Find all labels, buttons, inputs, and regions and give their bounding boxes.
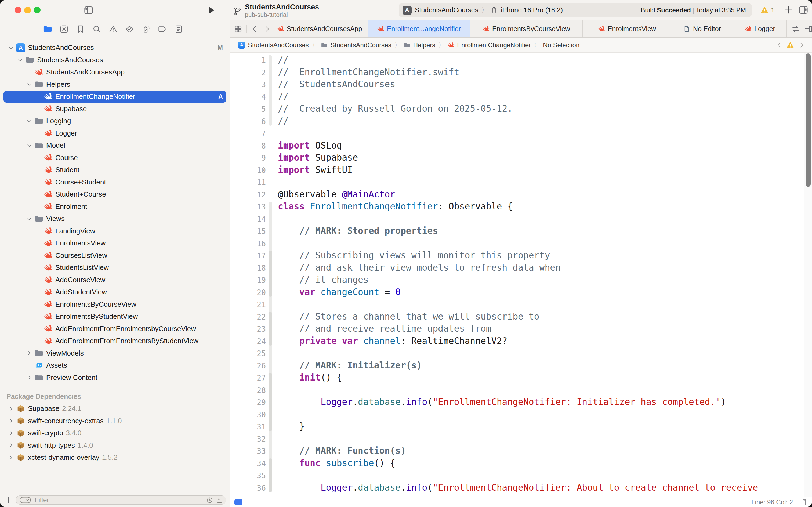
sidebar-item-logging[interactable]: Logging bbox=[0, 115, 230, 127]
recent-files-icon[interactable] bbox=[206, 497, 213, 504]
reports-navigator-icon[interactable] bbox=[174, 24, 183, 34]
sidebar-item-studentsandcourses[interactable]: AStudentsAndCoursesM bbox=[0, 42, 230, 54]
inspector-toggle-icon[interactable] bbox=[798, 5, 809, 15]
warning-indicator[interactable]: 1 bbox=[760, 6, 774, 14]
tab-enrolmentsview[interactable]: EnrolmentsView bbox=[583, 20, 671, 37]
code-line-24[interactable]: 24 private var channel: RealtimeChannelV… bbox=[230, 335, 803, 347]
code-line-30[interactable]: 30 bbox=[230, 408, 803, 420]
sidebar-item-enrolmentsbycourseview[interactable]: EnrolmentsByCourseView bbox=[0, 298, 230, 311]
breadcrumb-studentsandcourses[interactable]: AStudentsAndCourses bbox=[238, 41, 309, 49]
close-window-button[interactable] bbox=[14, 7, 21, 13]
chevron-right-icon[interactable] bbox=[6, 404, 16, 413]
code-line-36[interactable]: 36 Logger.database.info("EnrollmentChang… bbox=[230, 482, 803, 494]
chevron-right-icon[interactable] bbox=[6, 416, 16, 426]
build-status[interactable]: Build Succeeded|Today at 3:35 PM bbox=[641, 6, 746, 14]
sidebar-item-studentsandcoursesapp[interactable]: StudentsAndCoursesApp bbox=[0, 66, 230, 78]
sidebar-item-student+course[interactable]: Student+Course bbox=[0, 188, 230, 201]
source-control-filter-icon[interactable] bbox=[216, 497, 223, 504]
chevron-down-icon[interactable] bbox=[24, 80, 35, 89]
sidebar-item-assets[interactable]: Assets bbox=[0, 359, 230, 372]
next-issue-icon[interactable] bbox=[798, 42, 805, 49]
sidebar-item-addenrolmentfromenrolmentsbystudentview[interactable]: AddEnrolmentFromEnrolmentsByStudentView bbox=[0, 335, 230, 347]
chevron-down-icon[interactable] bbox=[6, 43, 16, 52]
issues-navigator-icon[interactable] bbox=[109, 24, 118, 34]
code-line-8[interactable]: 8import OSLog bbox=[230, 139, 803, 152]
code-line-21[interactable]: 21 bbox=[230, 298, 803, 311]
sidebar-item-supabase[interactable]: Supabase bbox=[0, 103, 230, 115]
sidebar-item-studentslistview[interactable]: StudentsListView bbox=[0, 262, 230, 274]
package-item-xctest-dynamic-overlay[interactable]: xctest-dynamic-overlay1.5.2 bbox=[0, 451, 230, 464]
source-control-navigator-icon[interactable] bbox=[59, 24, 69, 34]
sidebar-item-student[interactable]: Student bbox=[0, 164, 230, 176]
code-line-16[interactable]: 16 bbox=[230, 237, 803, 249]
code-line-32[interactable]: 32 bbox=[230, 433, 803, 445]
editor-scrollbar[interactable] bbox=[804, 53, 812, 497]
chevron-right-icon[interactable] bbox=[6, 429, 16, 438]
sidebar-item-enrollmentchangenotifier[interactable]: EnrollmentChangeNotifierA bbox=[0, 91, 230, 103]
sidebar-item-addstudentview[interactable]: AddStudentView bbox=[0, 286, 230, 298]
issue-warning-icon[interactable] bbox=[786, 41, 794, 49]
tab-enrollment-angenotifier[interactable]: Enrollment...angeNotifier bbox=[368, 20, 470, 37]
filter-field[interactable] bbox=[15, 496, 226, 505]
source-editor[interactable]: 1//2// EnrollmentChangeNotifier.swift3//… bbox=[230, 53, 812, 497]
code-line-3[interactable]: 3// StudentsAndCourses bbox=[230, 78, 803, 91]
debug-navigator-icon[interactable] bbox=[141, 24, 151, 34]
code-line-11[interactable]: 11 bbox=[230, 176, 803, 188]
filter-input[interactable] bbox=[35, 496, 203, 504]
code-line-31[interactable]: 31 } bbox=[230, 420, 803, 433]
code-line-18[interactable]: 18 // and ask their view models to refre… bbox=[230, 262, 803, 274]
breadcrumb-helpers[interactable]: Helpers bbox=[404, 41, 436, 49]
editor-layout-icon[interactable] bbox=[234, 25, 242, 33]
code-line-13[interactable]: 13class EnrollmentChangeNotifier: Observ… bbox=[230, 200, 803, 213]
code-line-22[interactable]: 22 // Stores a channel that we will subs… bbox=[230, 311, 803, 323]
code-line-27[interactable]: 27 init() { bbox=[230, 372, 803, 384]
zoom-window-button[interactable] bbox=[34, 7, 41, 13]
sidebar-item-studentsandcourses[interactable]: StudentsAndCourses bbox=[0, 54, 230, 66]
code-line-2[interactable]: 2// EnrollmentChangeNotifier.swift bbox=[230, 66, 803, 78]
swap-editor-icon[interactable] bbox=[791, 25, 800, 33]
code-line-29[interactable]: 29 Logger.database.info("EnrollmentChang… bbox=[230, 396, 803, 408]
sidebar-toggle-icon[interactable] bbox=[83, 5, 94, 15]
scrollbar-thumb[interactable] bbox=[806, 53, 811, 187]
sidebar-item-course+student[interactable]: Course+Student bbox=[0, 176, 230, 188]
sidebar-item-enrolmentsbystudentview[interactable]: EnrolmentsByStudentView bbox=[0, 311, 230, 323]
chevron-right-icon[interactable] bbox=[6, 453, 16, 462]
filter-options-icon[interactable] bbox=[18, 497, 32, 504]
code-line-6[interactable]: 6// bbox=[230, 115, 803, 127]
sidebar-item-preview content[interactable]: Preview Content bbox=[0, 372, 230, 384]
tab-studentsandcoursesapp[interactable]: StudentsAndCoursesApp bbox=[271, 20, 368, 37]
code-line-19[interactable]: 19 // it changes bbox=[230, 274, 803, 286]
sidebar-item-addenrolmentfromenrolmentsbycourseview[interactable]: AddEnrolmentFromEnrolmentsbyCourseView bbox=[0, 323, 230, 335]
package-item-swift-http-types[interactable]: swift-http-types1.4.0 bbox=[0, 439, 230, 452]
project-navigator-icon[interactable] bbox=[43, 24, 52, 34]
code-line-17[interactable]: 17 // Subscribing views will monitor thi… bbox=[230, 249, 803, 262]
package-item-supabase[interactable]: Supabase2.24.1 bbox=[0, 402, 230, 415]
forward-icon[interactable] bbox=[263, 25, 271, 33]
sidebar-item-enrolmentsview[interactable]: EnrolmentsView bbox=[0, 237, 230, 249]
code-line-23[interactable]: 23 // and receive realtime updates from bbox=[230, 323, 803, 335]
back-icon[interactable] bbox=[250, 25, 259, 33]
sidebar-item-course[interactable]: Course bbox=[0, 152, 230, 164]
code-line-1[interactable]: 1// bbox=[230, 54, 803, 66]
sidebar-item-logger[interactable]: Logger bbox=[0, 127, 230, 139]
breadcrumb-no-selection[interactable]: No Selection bbox=[543, 41, 579, 49]
tests-navigator-icon[interactable] bbox=[125, 24, 134, 34]
find-navigator-icon[interactable] bbox=[92, 24, 102, 34]
add-item-icon[interactable] bbox=[4, 496, 12, 504]
code-line-35[interactable]: 35 bbox=[230, 469, 803, 482]
code-line-26[interactable]: 26 // MARK: Initializer(s) bbox=[230, 359, 803, 372]
sidebar-item-views[interactable]: Views bbox=[0, 213, 230, 225]
sidebar-item-model[interactable]: Model bbox=[0, 139, 230, 152]
run-button[interactable] bbox=[206, 5, 217, 15]
minimize-window-button[interactable] bbox=[24, 7, 31, 13]
sidebar-item-landingview[interactable]: LandingView bbox=[0, 225, 230, 237]
code-line-33[interactable]: 33 // MARK: Function(s) bbox=[230, 445, 803, 457]
sidebar-item-courseslistview[interactable]: CoursesListView bbox=[0, 249, 230, 262]
sidebar-item-addcourseview[interactable]: AddCourseView bbox=[0, 274, 230, 286]
scheme-selector[interactable]: A StudentsAndCourses 〉 iPhone 16 Pro (18… bbox=[399, 3, 752, 17]
breakpoints-navigator-icon[interactable] bbox=[158, 24, 167, 34]
minimap-options-icon[interactable] bbox=[804, 25, 812, 33]
scheme-name[interactable]: StudentsAndCourses bbox=[415, 6, 478, 14]
chevron-right-icon[interactable] bbox=[24, 349, 35, 358]
code-line-7[interactable]: 7 bbox=[230, 127, 803, 139]
